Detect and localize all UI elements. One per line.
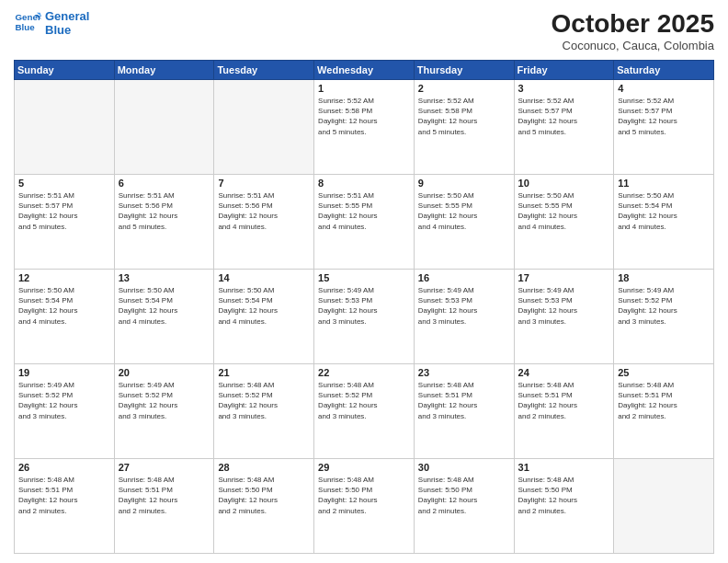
day-number: 23 [418, 367, 510, 378]
day-number: 31 [518, 462, 610, 473]
table-row: 1Sunrise: 5:52 AM Sunset: 5:58 PM Daylig… [314, 80, 415, 175]
table-row: 16Sunrise: 5:49 AM Sunset: 5:53 PM Dayli… [414, 270, 514, 364]
page: General Blue General Blue October 2025 C… [0, 0, 728, 563]
day-number: 8 [318, 178, 410, 189]
table-row: 17Sunrise: 5:49 AM Sunset: 5:53 PM Dayli… [514, 270, 614, 364]
day-info: Sunrise: 5:50 AM Sunset: 5:54 PM Dayligh… [18, 285, 110, 327]
calendar-header-row: Sunday Monday Tuesday Wednesday Thursday… [15, 61, 714, 80]
day-info: Sunrise: 5:50 AM Sunset: 5:55 PM Dayligh… [518, 190, 610, 232]
col-sunday: Sunday [15, 61, 115, 80]
day-info: Sunrise: 5:50 AM Sunset: 5:55 PM Dayligh… [418, 190, 510, 232]
col-friday: Friday [514, 61, 614, 80]
day-number: 22 [318, 367, 410, 378]
calendar-week-row: 1Sunrise: 5:52 AM Sunset: 5:58 PM Daylig… [15, 80, 714, 175]
day-info: Sunrise: 5:52 AM Sunset: 5:57 PM Dayligh… [518, 96, 610, 137]
day-info: Sunrise: 5:51 AM Sunset: 5:56 PM Dayligh… [218, 190, 310, 232]
table-row [114, 80, 214, 175]
day-info: Sunrise: 5:50 AM Sunset: 5:54 PM Dayligh… [618, 190, 710, 232]
table-row: 21Sunrise: 5:48 AM Sunset: 5:52 PM Dayli… [214, 364, 314, 459]
day-info: Sunrise: 5:48 AM Sunset: 5:50 PM Dayligh… [418, 475, 510, 516]
table-row: 9Sunrise: 5:50 AM Sunset: 5:55 PM Daylig… [414, 175, 514, 270]
day-info: Sunrise: 5:49 AM Sunset: 5:52 PM Dayligh… [18, 380, 110, 421]
calendar-week-row: 19Sunrise: 5:49 AM Sunset: 5:52 PM Dayli… [15, 364, 714, 459]
col-tuesday: Tuesday [214, 61, 314, 80]
table-row: 26Sunrise: 5:48 AM Sunset: 5:51 PM Dayli… [15, 459, 115, 554]
day-number: 28 [218, 462, 310, 473]
table-row: 28Sunrise: 5:48 AM Sunset: 5:50 PM Dayli… [214, 459, 314, 554]
table-row: 2Sunrise: 5:52 AM Sunset: 5:58 PM Daylig… [414, 80, 514, 175]
day-number: 10 [518, 178, 610, 189]
table-row: 19Sunrise: 5:49 AM Sunset: 5:52 PM Dayli… [15, 364, 115, 459]
table-row: 13Sunrise: 5:50 AM Sunset: 5:54 PM Dayli… [114, 270, 214, 364]
day-number: 7 [218, 178, 310, 189]
table-row [15, 80, 115, 175]
day-number: 26 [18, 462, 110, 473]
day-info: Sunrise: 5:48 AM Sunset: 5:51 PM Dayligh… [18, 475, 110, 516]
day-number: 13 [119, 272, 210, 283]
day-info: Sunrise: 5:48 AM Sunset: 5:51 PM Dayligh… [618, 380, 710, 421]
day-info: Sunrise: 5:48 AM Sunset: 5:50 PM Dayligh… [318, 475, 410, 516]
subtitle: Coconuco, Cauca, Colombia [552, 39, 714, 52]
month-title: October 2025 [552, 9, 714, 39]
day-number: 21 [218, 367, 310, 378]
day-info: Sunrise: 5:50 AM Sunset: 5:54 PM Dayligh… [119, 285, 210, 327]
col-thursday: Thursday [414, 61, 514, 80]
day-number: 11 [618, 178, 710, 189]
col-wednesday: Wednesday [314, 61, 415, 80]
day-info: Sunrise: 5:49 AM Sunset: 5:52 PM Dayligh… [618, 285, 710, 327]
title-block: October 2025 Coconuco, Cauca, Colombia [552, 9, 714, 52]
day-number: 5 [18, 178, 110, 189]
table-row: 24Sunrise: 5:48 AM Sunset: 5:51 PM Dayli… [514, 364, 614, 459]
day-info: Sunrise: 5:48 AM Sunset: 5:50 PM Dayligh… [518, 475, 610, 516]
day-number: 24 [518, 367, 610, 378]
day-number: 19 [18, 367, 110, 378]
table-row: 8Sunrise: 5:51 AM Sunset: 5:55 PM Daylig… [314, 175, 415, 270]
svg-text:General: General [16, 12, 42, 22]
col-monday: Monday [114, 61, 214, 80]
logo-icon: General Blue [14, 9, 41, 37]
day-number: 30 [418, 462, 510, 473]
table-row: 23Sunrise: 5:48 AM Sunset: 5:51 PM Dayli… [414, 364, 514, 459]
table-row: 25Sunrise: 5:48 AM Sunset: 5:51 PM Dayli… [614, 364, 714, 459]
table-row: 18Sunrise: 5:49 AM Sunset: 5:52 PM Dayli… [614, 270, 714, 364]
day-number: 15 [318, 272, 410, 283]
table-row: 6Sunrise: 5:51 AM Sunset: 5:56 PM Daylig… [114, 175, 214, 270]
table-row: 31Sunrise: 5:48 AM Sunset: 5:50 PM Dayli… [514, 459, 614, 554]
table-row [214, 80, 314, 175]
logo-text-blue: Blue [45, 23, 89, 37]
col-saturday: Saturday [614, 61, 714, 80]
day-info: Sunrise: 5:49 AM Sunset: 5:53 PM Dayligh… [418, 285, 510, 327]
logo: General Blue General Blue [14, 9, 89, 37]
day-info: Sunrise: 5:51 AM Sunset: 5:56 PM Dayligh… [119, 190, 210, 232]
table-row: 20Sunrise: 5:49 AM Sunset: 5:52 PM Dayli… [114, 364, 214, 459]
table-row: 11Sunrise: 5:50 AM Sunset: 5:54 PM Dayli… [614, 175, 714, 270]
table-row: 22Sunrise: 5:48 AM Sunset: 5:52 PM Dayli… [314, 364, 415, 459]
calendar-week-row: 26Sunrise: 5:48 AM Sunset: 5:51 PM Dayli… [15, 459, 714, 554]
day-info: Sunrise: 5:50 AM Sunset: 5:54 PM Dayligh… [218, 285, 310, 327]
table-row: 15Sunrise: 5:49 AM Sunset: 5:53 PM Dayli… [314, 270, 415, 364]
day-number: 1 [318, 83, 410, 94]
day-info: Sunrise: 5:48 AM Sunset: 5:51 PM Dayligh… [418, 380, 510, 421]
day-info: Sunrise: 5:48 AM Sunset: 5:51 PM Dayligh… [518, 380, 610, 421]
calendar-table: Sunday Monday Tuesday Wednesday Thursday… [14, 60, 714, 554]
day-info: Sunrise: 5:49 AM Sunset: 5:53 PM Dayligh… [518, 285, 610, 327]
day-number: 25 [618, 367, 710, 378]
table-row: 5Sunrise: 5:51 AM Sunset: 5:57 PM Daylig… [15, 175, 115, 270]
day-info: Sunrise: 5:48 AM Sunset: 5:52 PM Dayligh… [218, 380, 310, 421]
day-number: 27 [119, 462, 210, 473]
table-row: 30Sunrise: 5:48 AM Sunset: 5:50 PM Dayli… [414, 459, 514, 554]
day-number: 4 [618, 83, 710, 94]
day-info: Sunrise: 5:52 AM Sunset: 5:58 PM Dayligh… [418, 96, 510, 137]
table-row [614, 459, 714, 554]
table-row: 3Sunrise: 5:52 AM Sunset: 5:57 PM Daylig… [514, 80, 614, 175]
day-number: 20 [119, 367, 210, 378]
day-number: 14 [218, 272, 310, 283]
logo-text-general: General [45, 9, 89, 23]
table-row: 4Sunrise: 5:52 AM Sunset: 5:57 PM Daylig… [614, 80, 714, 175]
day-info: Sunrise: 5:48 AM Sunset: 5:50 PM Dayligh… [218, 475, 310, 516]
header: General Blue General Blue October 2025 C… [14, 9, 714, 52]
table-row: 14Sunrise: 5:50 AM Sunset: 5:54 PM Dayli… [214, 270, 314, 364]
table-row: 7Sunrise: 5:51 AM Sunset: 5:56 PM Daylig… [214, 175, 314, 270]
day-number: 29 [318, 462, 410, 473]
day-info: Sunrise: 5:51 AM Sunset: 5:55 PM Dayligh… [318, 190, 410, 232]
